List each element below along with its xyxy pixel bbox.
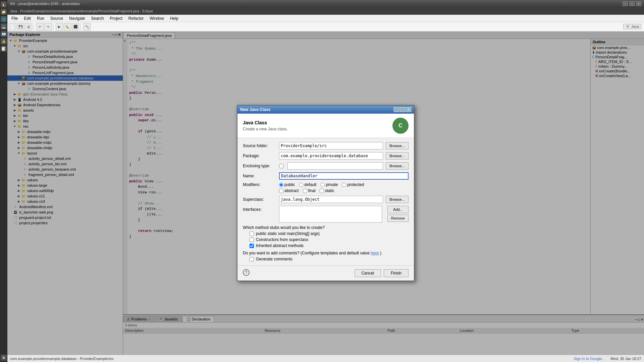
modifiers-radio-group: public default private — [279, 182, 364, 187]
stub-inherited-checkbox[interactable] — [250, 244, 254, 248]
menu-file[interactable]: File — [9, 15, 20, 21]
comments-label-text: Do you want to add comments? (Configure … — [243, 251, 370, 255]
modifiers-row: Modifiers: public default — [243, 182, 409, 193]
interfaces-row: Interfaces: Add... Remove — [243, 206, 409, 223]
stub-constructors-text: Constructors from superclass — [256, 237, 308, 242]
taskbar-icon-x[interactable]: ✖ — [1, 355, 7, 361]
toolbar-print[interactable]: 🖨 — [25, 23, 32, 31]
dialog-footer: ? Cancel Finish — [237, 265, 414, 281]
footer-spacer — [252, 269, 352, 277]
dialog-subheading: Create a new Java class. — [243, 127, 288, 131]
stub-main-checkbox[interactable] — [250, 232, 254, 236]
modifier-public-radio[interactable] — [279, 183, 283, 187]
generate-comments-text: Generate comments — [256, 257, 292, 261]
dialog-close-button[interactable]: ✕ — [406, 107, 411, 112]
menu-project[interactable]: Project — [107, 15, 125, 21]
modifier-default-radio[interactable] — [299, 183, 303, 187]
menu-navigate[interactable]: Navigate — [66, 15, 88, 21]
taskbar-left: 🐧 📁 🌐 💻 📧 🔒 📝 ✖ — [0, 0, 7, 362]
name-input[interactable] — [279, 172, 409, 180]
package-input[interactable] — [279, 152, 383, 160]
close-button[interactable]: ✕ — [636, 1, 641, 6]
eclipse-window: NX - jonas@androiddev:1045 - androiddev … — [7, 0, 644, 362]
dialog-minimize-button[interactable]: ─ — [394, 107, 399, 112]
modifier-final-label[interactable]: final — [303, 188, 316, 193]
toolbar-redo[interactable]: ↪ — [44, 23, 52, 31]
modifier-final-checkbox[interactable] — [303, 189, 307, 193]
menu-source[interactable]: Source — [48, 15, 66, 21]
comments-link[interactable]: here — [371, 251, 379, 255]
toolbar-build[interactable]: 🔨 — [83, 23, 91, 31]
taskbar-icon-terminal[interactable]: 💻 — [1, 23, 7, 29]
maximize-button[interactable]: □ — [629, 1, 635, 6]
help-icon[interactable]: ? — [243, 269, 250, 276]
superclass-input[interactable] — [279, 196, 383, 203]
source-folder-input[interactable] — [279, 142, 383, 149]
interfaces-group — [279, 206, 382, 223]
modifier-abstract-text: abstract — [284, 188, 299, 193]
modifier-abstract-checkbox[interactable] — [279, 189, 283, 193]
menu-help[interactable]: Help — [167, 15, 181, 21]
interfaces-remove-button[interactable]: Remove — [387, 215, 409, 222]
dialog-maximize-button[interactable]: □ — [400, 107, 405, 112]
modifier-protected-label[interactable]: protected — [342, 182, 364, 187]
stub-main-text: public static void main(String[] args) — [256, 231, 320, 236]
package-row: Package: Browse... — [243, 152, 409, 160]
taskbar-icon-folder[interactable]: 📁 — [1, 9, 7, 15]
generate-comments-label[interactable]: Generate comments — [250, 257, 409, 261]
package-browse-button[interactable]: Browse... — [386, 152, 409, 160]
modifier-default-label[interactable]: default — [299, 182, 316, 187]
toolbar-debug[interactable]: 🐛 — [64, 23, 71, 31]
modifier-protected-radio[interactable] — [342, 183, 346, 187]
enclosing-type-checkbox[interactable] — [279, 164, 283, 168]
taskbar-icon-penguin[interactable]: 🐧 — [1, 1, 7, 7]
status-bar: com.example.providerexample.database - P… — [7, 355, 644, 362]
dialog-java-icon: C — [392, 118, 409, 134]
generate-comments-checkbox[interactable] — [250, 257, 254, 261]
modifier-static-checkbox[interactable] — [320, 189, 324, 193]
toolbar-save[interactable]: 💾 — [17, 23, 24, 31]
menu-run[interactable]: Run — [34, 15, 47, 21]
superclass-label: Superclass: — [243, 197, 276, 202]
superclass-browse-button[interactable]: Browse... — [386, 196, 409, 203]
source-folder-browse-button[interactable]: Browse... — [386, 142, 409, 149]
modifier-protected-text: protected — [347, 182, 364, 187]
taskbar-icon-globe[interactable]: 🌐 — [1, 16, 7, 22]
modifier-abstract-label[interactable]: abstract — [279, 188, 299, 193]
app-title-bar: Java - ProviderExample/src/com/example/p… — [7, 7, 644, 15]
modifier-private-label[interactable]: private — [320, 182, 338, 187]
stub-constructors-label[interactable]: Constructors from superclass — [250, 237, 409, 242]
menu-window[interactable]: Window — [147, 15, 167, 21]
toolbar-sep3 — [80, 23, 82, 31]
menu-refactor[interactable]: Refactor — [126, 15, 146, 21]
cancel-button[interactable]: Cancel — [355, 269, 381, 277]
method-stubs-label: Which method stubs would you like to cre… — [243, 225, 409, 230]
toolbar-new[interactable]: 📄 — [9, 23, 16, 31]
taskbar-icon-text[interactable]: 📝 — [1, 46, 7, 52]
interfaces-add-button[interactable]: Add... — [387, 206, 409, 213]
stub-main-label[interactable]: public static void main(String[] args) — [250, 231, 409, 236]
main-area: Package Explorer ─ □ ✕ ▼ 📁 ProviderExamp… — [7, 32, 644, 355]
taskbar-icon-email[interactable]: 📧 — [1, 31, 7, 37]
menu-edit[interactable]: Edit — [21, 15, 34, 21]
finish-button[interactable]: Finish — [384, 269, 409, 277]
taskbar-icon-lock[interactable]: 🔒 — [1, 38, 7, 44]
modifier-private-radio[interactable] — [320, 183, 325, 187]
perspective-java-btn[interactable]: ☕ Java — [623, 24, 641, 29]
stub-constructors-checkbox[interactable] — [250, 238, 254, 242]
modifier-public-label[interactable]: public — [279, 182, 295, 187]
status-signin[interactable]: Sign in to Google... — [574, 357, 605, 361]
toolbar-run[interactable]: ▶ — [56, 23, 63, 31]
toolbar-undo[interactable]: ↩ — [36, 23, 44, 31]
enclosing-type-input[interactable] — [287, 162, 383, 170]
interfaces-input[interactable] — [279, 206, 382, 223]
modifier-static-label[interactable]: static — [320, 188, 334, 193]
enclosing-type-browse-button[interactable]: Browse... — [386, 162, 409, 170]
stub-inherited-label[interactable]: Inherited abstract methods — [250, 243, 409, 248]
minimize-button[interactable]: ─ — [623, 1, 628, 6]
toolbar-sep2 — [53, 23, 54, 31]
comments-section: Do you want to add comments? (Configure … — [243, 251, 409, 261]
toolbar-stop[interactable]: ⬛ — [72, 23, 79, 31]
dialog-titlebar: New Java Class ─ □ ✕ — [237, 106, 414, 114]
menu-search[interactable]: Search — [88, 15, 106, 21]
